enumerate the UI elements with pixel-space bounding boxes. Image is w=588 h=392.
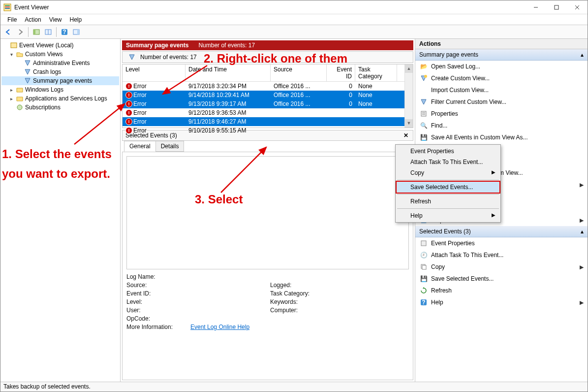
svg-rect-3 xyxy=(5,8,10,9)
action-filter-view-label: Filter Current Custom View... xyxy=(431,98,506,105)
folder-open-icon: 📂 xyxy=(419,63,428,70)
toolbar-help-button[interactable]: ? xyxy=(59,27,70,37)
menu-action[interactable]: Action xyxy=(21,15,45,24)
action-ev-attach-label: Attach Task To This Event... xyxy=(431,252,503,259)
ctx-event-properties[interactable]: Event Properties xyxy=(397,146,499,157)
ctx-save-selected[interactable]: Save Selected Events... xyxy=(396,181,500,194)
prop-user-label: User: xyxy=(126,307,186,314)
actions-section-summary[interactable]: Summary page events▴ xyxy=(415,49,588,61)
svg-text:?: ? xyxy=(422,299,425,306)
grid-scrollbar[interactable]: ▲ ▼ xyxy=(404,65,413,128)
svg-rect-16 xyxy=(11,43,17,48)
collapse-icon: ▴ xyxy=(581,228,584,235)
tree-custom-views-label: Custom Views xyxy=(25,51,62,58)
action-find-label: Find... xyxy=(431,122,447,129)
table-row[interactable]: !Error9/17/2018 3:20:34 PMOffice 2016 ..… xyxy=(123,82,413,91)
tree-custom-views[interactable]: ▾Custom Views xyxy=(1,50,119,59)
action-properties[interactable]: Properties xyxy=(415,108,588,120)
ctx-help-label: Help xyxy=(410,212,423,219)
detail-tabs: General Details xyxy=(122,141,413,152)
ctx-help[interactable]: Help▶ xyxy=(397,210,499,221)
properties-icon xyxy=(419,239,428,247)
action-properties-label: Properties xyxy=(431,110,458,117)
table-row[interactable]: !Error9/11/2018 9:46:27 AM xyxy=(123,117,413,126)
maximize-button[interactable] xyxy=(546,0,567,14)
action-ev-refresh[interactable]: Refresh xyxy=(415,285,588,296)
toolbar-properties-button[interactable] xyxy=(43,27,54,37)
action-ev-attach[interactable]: 🕘Attach Task To This Event... xyxy=(415,249,588,261)
svg-rect-1 xyxy=(5,5,10,6)
tab-general[interactable]: General xyxy=(124,141,156,152)
window-title: Event Viewer xyxy=(14,4,526,11)
close-button[interactable] xyxy=(567,0,588,14)
svg-rect-9 xyxy=(33,30,35,34)
action-import-view[interactable]: Import Custom View... xyxy=(415,84,588,96)
table-row[interactable]: !Error9/13/2018 9:39:17 AMOffice 2016 ..… xyxy=(123,99,413,108)
prop-logged-label: Logged: xyxy=(270,282,329,289)
action-ev-save-label: Save Selected Events... xyxy=(431,275,494,282)
tab-details[interactable]: Details xyxy=(155,141,185,152)
scroll-up-icon[interactable]: ▲ xyxy=(405,65,413,73)
back-button[interactable] xyxy=(3,27,14,37)
chevron-right-icon: ▶ xyxy=(580,264,584,270)
ctx-copy-label: Copy xyxy=(410,169,424,176)
col-level[interactable]: Level xyxy=(123,65,186,81)
menu-file[interactable]: File xyxy=(3,15,21,24)
svg-rect-19 xyxy=(421,111,426,116)
tree-summary-page-label: Summary page events xyxy=(33,77,92,84)
actions-section-selected[interactable]: Selected Events (3)▴ xyxy=(415,226,588,237)
tree-admin-events-label: Administrative Events xyxy=(33,60,90,66)
svg-point-18 xyxy=(424,75,427,78)
toolbar-show-hide-action-button[interactable] xyxy=(71,27,82,37)
menu-view[interactable]: View xyxy=(45,15,66,24)
col-eventid[interactable]: Event ID xyxy=(327,65,355,81)
navigation-tree[interactable]: Event Viewer (Local) ▾Custom Views Admin… xyxy=(0,39,121,382)
forward-button[interactable] xyxy=(15,27,26,37)
toolbar-show-hide-tree-button[interactable] xyxy=(31,27,42,37)
tree-crash-logs[interactable]: Crash logs xyxy=(1,67,119,76)
center-pane: Summary page events Number of events: 17… xyxy=(121,39,415,382)
prop-computer-label: Computer: xyxy=(270,307,329,314)
action-ev-help[interactable]: ?Help▶ xyxy=(415,296,588,308)
tree-root[interactable]: Event Viewer (Local) xyxy=(1,41,119,50)
event-grid[interactable]: Level Date and Time Source Event ID Task… xyxy=(122,64,413,128)
table-row[interactable]: !Error9/12/2018 9:36:53 AM xyxy=(123,108,413,117)
action-ev-copy[interactable]: Copy▶ xyxy=(415,261,588,273)
scroll-down-icon[interactable]: ▼ xyxy=(405,119,413,128)
tree-summary-page-events[interactable]: Summary page events xyxy=(1,76,119,85)
action-save-all[interactable]: 💾Save All Events in Custom View As... xyxy=(415,131,588,143)
col-date[interactable]: Date and Time xyxy=(186,65,271,81)
action-ev-properties[interactable]: Event Properties xyxy=(415,237,588,249)
svg-text:?: ? xyxy=(62,29,66,35)
ctx-copy[interactable]: Copy▶ xyxy=(397,167,499,178)
minimize-button[interactable] xyxy=(526,0,546,14)
menu-help[interactable]: Help xyxy=(66,15,86,24)
tree-subscriptions[interactable]: Subscriptions xyxy=(1,103,119,112)
prop-eventid-label: Event ID: xyxy=(126,290,186,297)
event-log-help-link[interactable]: Event Log Online Help xyxy=(190,324,249,330)
table-row[interactable]: !Error9/14/2018 10:29:41 AMOffice 2016 .… xyxy=(123,91,413,99)
col-source[interactable]: Source xyxy=(271,65,327,81)
action-ev-help-label: Help xyxy=(431,299,443,306)
col-task[interactable]: Task Category xyxy=(355,65,397,81)
ctx-attach-task[interactable]: Attach Task To This Event... xyxy=(397,157,499,167)
action-find[interactable]: 🔍Find... xyxy=(415,120,588,131)
tree-admin-events[interactable]: Administrative Events xyxy=(1,59,119,67)
tree-windows-logs[interactable]: ▸Windows Logs xyxy=(1,85,119,94)
actions-section-selected-label: Selected Events (3) xyxy=(419,228,471,235)
help-icon: ? xyxy=(419,298,428,306)
action-create-view[interactable]: Create Custom View... xyxy=(415,72,588,84)
filter-bar: Number of events: 17 xyxy=(122,51,413,63)
action-ev-save[interactable]: 💾Save Selected Events... xyxy=(415,273,588,285)
action-open-saved-log[interactable]: 📂Open Saved Log... xyxy=(415,61,588,72)
ctx-refresh[interactable]: Refresh xyxy=(397,196,499,207)
svg-point-17 xyxy=(17,105,22,110)
filter-new-icon xyxy=(419,74,428,82)
collapse-icon: ▴ xyxy=(581,51,584,58)
action-filter-view[interactable]: Filter Current Custom View... xyxy=(415,96,588,108)
table-row[interactable]: !Error9/10/2018 9:55:15 AM xyxy=(123,126,413,135)
app-icon xyxy=(3,3,11,11)
detail-pane: Log Name: Source: Logged: Event ID: Task… xyxy=(122,152,413,380)
prop-keywords-label: Keywords: xyxy=(270,298,329,305)
tree-apps-services[interactable]: ▸Applications and Services Logs xyxy=(1,94,119,103)
